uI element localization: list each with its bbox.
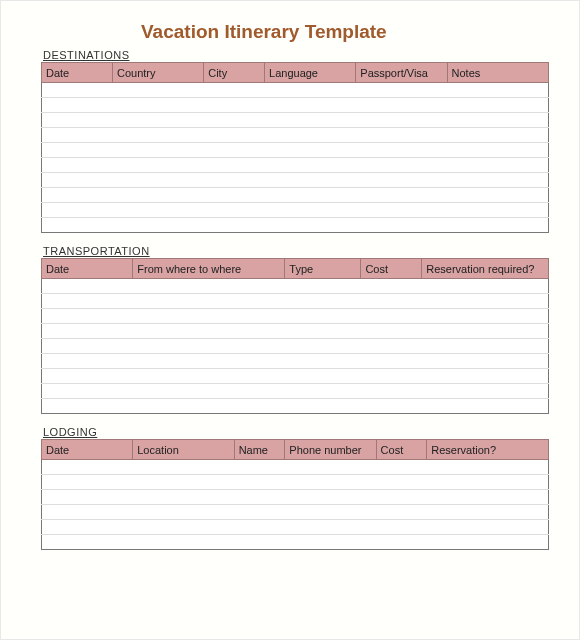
table-row[interactable] [42,520,549,535]
table-cell[interactable] [285,475,376,490]
table-cell[interactable] [42,113,113,128]
table-cell[interactable] [133,339,285,354]
table-cell[interactable] [112,218,203,233]
table-cell[interactable] [422,309,549,324]
table-row[interactable] [42,218,549,233]
table-cell[interactable] [422,384,549,399]
table-cell[interactable] [447,128,548,143]
table-cell[interactable] [112,173,203,188]
table-cell[interactable] [265,203,356,218]
table-cell[interactable] [133,399,285,414]
table-row[interactable] [42,399,549,414]
table-cell[interactable] [285,279,361,294]
table-row[interactable] [42,354,549,369]
table-cell[interactable] [285,294,361,309]
table-cell[interactable] [234,535,285,550]
table-cell[interactable] [204,83,265,98]
table-cell[interactable] [42,490,133,505]
table-cell[interactable] [112,188,203,203]
table-cell[interactable] [234,475,285,490]
table-cell[interactable] [356,143,447,158]
table-cell[interactable] [42,520,133,535]
table-row[interactable] [42,294,549,309]
table-cell[interactable] [42,354,133,369]
table-cell[interactable] [42,188,113,203]
table-cell[interactable] [447,113,548,128]
table-cell[interactable] [376,460,427,475]
table-row[interactable] [42,188,549,203]
table-cell[interactable] [204,203,265,218]
table-cell[interactable] [133,535,234,550]
table-cell[interactable] [133,460,234,475]
table-cell[interactable] [422,294,549,309]
table-cell[interactable] [133,384,285,399]
table-cell[interactable] [42,460,133,475]
table-row[interactable] [42,460,549,475]
table-row[interactable] [42,324,549,339]
table-row[interactable] [42,203,549,218]
table-cell[interactable] [133,354,285,369]
table-cell[interactable] [42,399,133,414]
table-row[interactable] [42,369,549,384]
table-cell[interactable] [422,279,549,294]
table-cell[interactable] [112,113,203,128]
table-cell[interactable] [285,520,376,535]
table-cell[interactable] [285,460,376,475]
table-cell[interactable] [285,535,376,550]
table-row[interactable] [42,339,549,354]
table-cell[interactable] [42,98,113,113]
table-cell[interactable] [447,143,548,158]
table-cell[interactable] [422,339,549,354]
table-cell[interactable] [422,354,549,369]
table-cell[interactable] [112,98,203,113]
table-cell[interactable] [204,188,265,203]
table-cell[interactable] [42,83,113,98]
table-cell[interactable] [376,520,427,535]
table-cell[interactable] [361,294,422,309]
table-cell[interactable] [285,354,361,369]
table-cell[interactable] [42,128,113,143]
table-cell[interactable] [427,490,549,505]
table-cell[interactable] [285,384,361,399]
table-cell[interactable] [133,475,234,490]
table-cell[interactable] [361,279,422,294]
table-cell[interactable] [427,460,549,475]
table-row[interactable] [42,98,549,113]
table-cell[interactable] [265,98,356,113]
table-cell[interactable] [356,83,447,98]
table-cell[interactable] [42,505,133,520]
table-row[interactable] [42,113,549,128]
table-cell[interactable] [112,83,203,98]
table-cell[interactable] [376,475,427,490]
table-row[interactable] [42,158,549,173]
table-cell[interactable] [42,384,133,399]
table-cell[interactable] [133,369,285,384]
table-cell[interactable] [447,203,548,218]
table-cell[interactable] [234,490,285,505]
table-row[interactable] [42,279,549,294]
table-cell[interactable] [422,369,549,384]
table-cell[interactable] [265,113,356,128]
table-cell[interactable] [204,98,265,113]
table-cell[interactable] [133,324,285,339]
table-cell[interactable] [427,505,549,520]
table-row[interactable] [42,128,549,143]
table-cell[interactable] [376,505,427,520]
table-cell[interactable] [133,279,285,294]
table-cell[interactable] [133,490,234,505]
table-row[interactable] [42,535,549,550]
table-cell[interactable] [361,324,422,339]
table-cell[interactable] [361,399,422,414]
table-cell[interactable] [265,158,356,173]
table-row[interactable] [42,505,549,520]
table-cell[interactable] [361,384,422,399]
table-cell[interactable] [42,158,113,173]
table-cell[interactable] [356,128,447,143]
table-cell[interactable] [447,188,548,203]
table-cell[interactable] [234,520,285,535]
table-row[interactable] [42,309,549,324]
table-cell[interactable] [234,460,285,475]
table-cell[interactable] [133,505,234,520]
table-cell[interactable] [204,218,265,233]
table-row[interactable] [42,83,549,98]
